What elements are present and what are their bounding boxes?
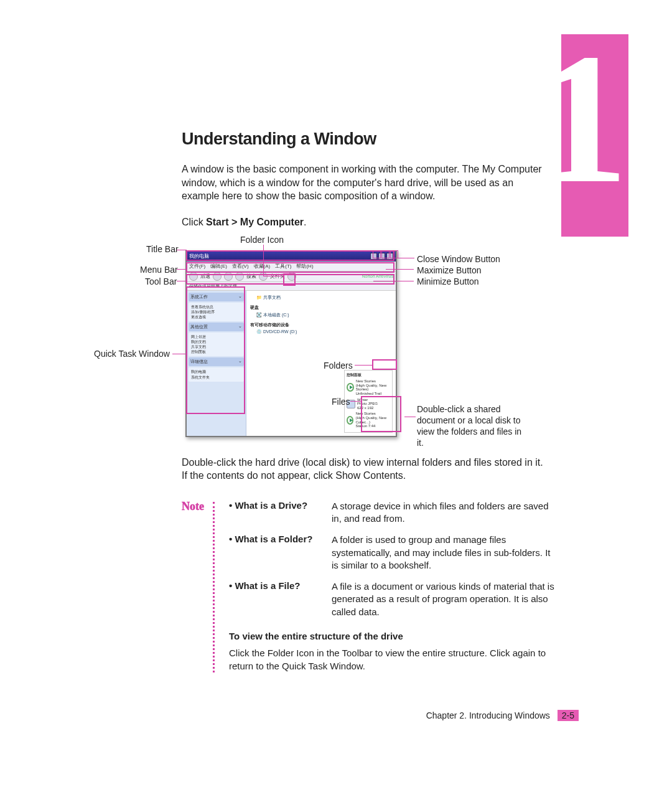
callout-tool-bar: Tool Bar: [145, 276, 177, 286]
click-path: Start > My Computer: [206, 217, 304, 227]
callout-title-bar: Title Bar: [146, 244, 179, 254]
callout-maximize-button: Maximize Button: [417, 265, 481, 275]
highlight-folders: [372, 359, 397, 370]
callout-quick-task: Quick Task Window: [94, 349, 170, 359]
folder-item[interactable]: 📁 共享文档: [256, 295, 392, 301]
note-divider: [213, 502, 222, 672]
leader-line: [177, 269, 187, 270]
leader-line: [263, 276, 284, 276]
leader-line: [355, 365, 372, 366]
callout-folder-icon: Folder Icon: [240, 235, 284, 245]
page-footer: Chapter 2. Introducing Windows 2-5: [106, 710, 579, 721]
note-block: Note What is a Drive? A storage device i…: [182, 500, 561, 672]
highlight-folder-icon: [283, 273, 296, 286]
media-icon: [347, 416, 353, 425]
intro-paragraph: A window is the basic component in worki…: [182, 163, 549, 203]
callout-minimize-button: Minimize Button: [417, 276, 479, 286]
leader-line: [172, 354, 186, 354]
drive-item[interactable]: 💿 DVD/CD-RW (D:): [256, 329, 392, 334]
click-instruction: Click Start > My Computer.: [182, 217, 579, 228]
callout-menu-bar: Menu Bar: [140, 265, 178, 275]
callout-close-button: Close Window Button: [417, 254, 500, 264]
def-desc: A storage device in which files and fold…: [332, 500, 561, 526]
def-term: What is a Folder?: [229, 534, 332, 572]
footer-page-number: 2-5: [558, 710, 579, 721]
leader-line: [397, 258, 414, 258]
page-title: Understanding a Window: [182, 130, 579, 149]
footer-chapter: Chapter 2. Introducing Windows: [426, 710, 550, 720]
highlight-files: [361, 396, 401, 432]
highlight-title-bar: [186, 250, 394, 261]
def-desc: A file is a document or various kinds of…: [332, 580, 561, 618]
note-label: Note: [182, 500, 213, 672]
def-term: What is a Drive?: [229, 500, 332, 526]
leader-line: [404, 417, 416, 417]
click-suffix: .: [304, 217, 306, 227]
click-prefix: Click: [182, 217, 206, 227]
detail-title: 控制面板: [347, 372, 390, 378]
group-header: 有可移动存储的设备: [250, 322, 392, 328]
media-icon: [347, 383, 354, 392]
def-desc: A folder is used to group and manage fil…: [332, 534, 561, 572]
leader-line: [350, 401, 361, 402]
callout-shared-tip: Double-click a shared document or a loca…: [417, 403, 523, 449]
def-term: What is a File?: [229, 580, 332, 618]
highlight-max-btn: [381, 250, 390, 258]
drive-item[interactable]: 💽 本地磁盘 (C:): [256, 312, 392, 318]
leader-line: [386, 269, 414, 270]
detail-row[interactable]: New Stories(High Quality, New Stories)Un…: [347, 379, 390, 395]
after-paragraph: Double-click the hard drive (local disk)…: [182, 456, 549, 483]
group-header: 硬盘: [250, 304, 392, 311]
highlight-menu-bar: [186, 262, 394, 273]
note-paragraph: Click the Folder Icon in the Toolbar to …: [229, 646, 561, 672]
highlight-min-btn: [373, 250, 381, 258]
window-diagram: 我的电脑 文件(F) 编辑(E) 查看(V) 收藏(A) 工具(T) 帮助(H): [106, 233, 585, 445]
note-subhead: To view the entire structure of the driv…: [229, 631, 561, 641]
leader-line: [177, 281, 187, 281]
leader-line: [373, 281, 414, 281]
callout-folders: Folders: [324, 361, 353, 370]
callout-files: Files: [332, 397, 350, 407]
leader-line: [263, 245, 264, 276]
highlight-quick-task: [186, 286, 245, 414]
